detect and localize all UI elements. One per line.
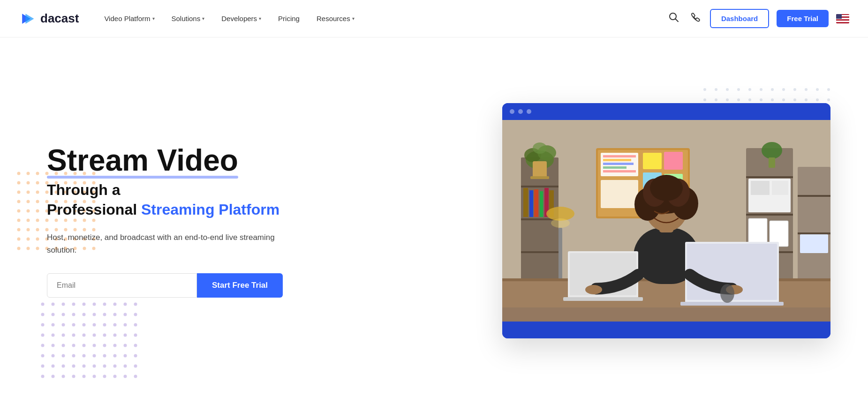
dashboard-button[interactable]: Dashboard — [710, 9, 769, 28]
svg-point-21 — [27, 191, 30, 194]
svg-rect-314 — [664, 152, 683, 170]
svg-rect-310 — [603, 163, 634, 165]
svg-point-175 — [703, 98, 706, 101]
svg-point-144 — [52, 365, 55, 368]
language-selector[interactable] — [836, 14, 849, 23]
svg-point-154 — [52, 375, 55, 378]
svg-point-49 — [36, 219, 39, 222]
svg-point-131 — [124, 344, 127, 347]
svg-point-126 — [72, 344, 75, 347]
nav-item-solutions[interactable]: Solutions ▾ — [165, 11, 211, 26]
phone-button[interactable] — [688, 10, 702, 27]
svg-point-116 — [72, 334, 75, 337]
svg-rect-353 — [680, 302, 784, 306]
svg-point-166 — [737, 88, 740, 91]
svg-point-148 — [93, 365, 96, 368]
svg-rect-335 — [798, 232, 830, 234]
svg-point-141 — [124, 354, 127, 358]
svg-rect-357 — [502, 307, 830, 322]
svg-point-100 — [113, 313, 117, 316]
svg-point-75 — [27, 247, 30, 250]
svg-point-102 — [134, 313, 137, 316]
svg-point-147 — [83, 365, 86, 368]
svg-point-56 — [17, 228, 21, 232]
svg-point-110 — [113, 323, 117, 327]
hero-subtitle: Through a Professional Streaming Platfor… — [47, 180, 328, 219]
svg-point-136 — [72, 354, 75, 358]
nav-item-developers[interactable]: Developers ▾ — [215, 11, 268, 26]
svg-point-130 — [113, 344, 117, 347]
nav-actions: Dashboard Free Trial — [667, 9, 849, 28]
svg-point-99 — [103, 313, 106, 316]
svg-rect-311 — [603, 166, 626, 169]
search-button[interactable] — [667, 10, 681, 27]
svg-rect-313 — [643, 153, 662, 169]
svg-rect-292 — [540, 191, 543, 217]
video-card-dot-1 — [510, 109, 514, 114]
free-trial-nav-button[interactable]: Free Trial — [777, 10, 829, 27]
nav-item-pricing[interactable]: Pricing — [272, 11, 306, 26]
svg-point-57 — [27, 228, 30, 232]
svg-point-129 — [103, 344, 106, 347]
logo[interactable]: dacast — [19, 10, 79, 27]
hero-section: Stream Video Through a Professional Stre… — [0, 37, 868, 404]
svg-point-151 — [124, 365, 127, 368]
svg-rect-312 — [603, 170, 636, 172]
svg-point-108 — [93, 323, 96, 327]
svg-point-101 — [124, 313, 127, 316]
video-card-header — [502, 103, 830, 120]
svg-rect-336 — [800, 234, 828, 253]
svg-rect-326 — [769, 157, 775, 168]
svg-point-158 — [93, 375, 96, 378]
svg-point-83 — [41, 303, 45, 306]
video-card-footer — [502, 322, 830, 338]
svg-point-29 — [17, 200, 21, 203]
svg-point-347 — [650, 175, 683, 201]
nav-item-video-platform[interactable]: Video Platform ▾ — [98, 11, 161, 26]
nav-item-resources[interactable]: Resources ▾ — [310, 11, 361, 26]
nav-links: Video Platform ▾ Solutions ▾ Developers … — [98, 11, 667, 26]
svg-point-167 — [748, 88, 751, 91]
svg-point-179 — [748, 98, 751, 101]
svg-point-47 — [17, 219, 21, 222]
start-free-trial-button[interactable]: Start Free Trial — [197, 273, 283, 298]
svg-point-142 — [134, 354, 137, 358]
purple-dot-grid — [38, 299, 141, 385]
svg-point-172 — [805, 88, 808, 91]
svg-point-354 — [585, 285, 602, 294]
svg-point-171 — [793, 88, 796, 91]
svg-point-161 — [124, 375, 127, 378]
svg-point-178 — [737, 98, 740, 101]
svg-point-186 — [827, 98, 830, 101]
svg-point-96 — [72, 313, 75, 316]
svg-rect-319 — [746, 176, 793, 178]
svg-point-298 — [533, 142, 547, 154]
svg-point-181 — [771, 98, 774, 101]
video-thumbnail[interactable] — [502, 120, 830, 322]
svg-point-113 — [41, 334, 45, 337]
svg-point-31 — [36, 200, 39, 203]
svg-point-174 — [827, 88, 830, 91]
svg-point-30 — [27, 200, 30, 203]
svg-point-168 — [760, 88, 762, 91]
svg-point-88 — [93, 303, 96, 306]
svg-point-87 — [83, 303, 86, 306]
svg-point-92 — [134, 303, 137, 306]
svg-point-13 — [36, 181, 39, 185]
hero-video-section — [328, 103, 830, 338]
svg-point-159 — [103, 375, 106, 378]
svg-point-138 — [93, 354, 96, 358]
svg-point-132 — [134, 344, 137, 347]
svg-point-40 — [36, 209, 39, 213]
svg-point-173 — [816, 88, 819, 91]
svg-point-127 — [83, 344, 86, 347]
svg-point-90 — [113, 303, 117, 306]
chevron-down-icon: ▾ — [152, 16, 155, 21]
svg-point-133 — [41, 354, 45, 358]
svg-point-157 — [83, 375, 86, 378]
svg-point-94 — [52, 313, 55, 316]
email-input[interactable] — [47, 273, 197, 298]
svg-line-1 — [675, 19, 678, 22]
svg-point-22 — [36, 191, 39, 194]
svg-point-137 — [83, 354, 86, 358]
